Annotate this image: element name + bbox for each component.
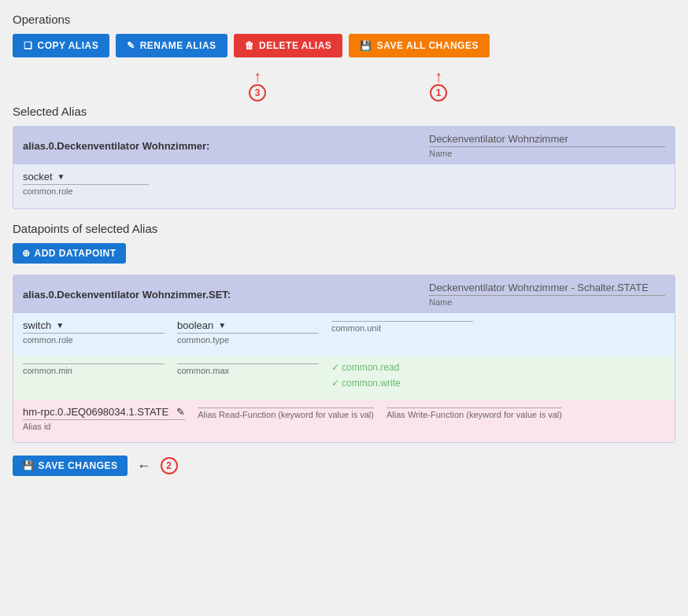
dp-type-value: boolean ▼ [177,319,319,331]
annotation-2: 2 [161,457,178,474]
annotation-1: 1 [430,84,447,101]
role-dropdown-arrow[interactable]: ▼ [57,172,65,181]
selected-alias-card-header: alias.0.Deckenventilator Wohnzimmer: Dec… [13,127,675,164]
save-changes-row: 💾 SAVE CHANGES ← 2 [13,456,675,476]
role-label: common.role [23,184,149,196]
selected-alias-name-group: Deckenventilator Wohnzimmer Name [429,133,665,158]
datapoint-card-header: alias.0.Deckenventilator Wohnzimmer.SET:… [13,275,675,313]
delete-alias-button[interactable]: 🗑 DELETE ALIAS [234,34,343,57]
role-field: switch ▼ common.role [23,319,165,345]
datapoint-name-label: Name [429,297,452,307]
datapoint-pink-section: hm-rpc.0.JEQ0698034.1.STATE ✎ Alias id A… [13,400,675,442]
operations-section: Operations ❏ COPY ALIAS ✎ RENAME ALIAS 🗑… [13,13,675,103]
dp-role-label: common.role [23,333,165,345]
dp-write-label: common.write [342,378,401,389]
copy-icon: ❏ [24,40,33,51]
annotation-3: 3 [249,84,266,101]
plus-icon: ⊕ [22,248,31,259]
selected-alias-name-value: Deckenventilator Wohnzimmer [429,133,665,147]
datapoint-fields-row3: hm-rpc.0.JEQ0698034.1.STATE ✎ Alias id A… [23,406,665,431]
dp-min-label: common.min [23,363,165,375]
operations-bar: ❏ COPY ALIAS ✎ RENAME ALIAS 🗑 DELETE ALI… [13,34,675,57]
datapoints-title: Datapoints of selected Alias [13,222,675,235]
alias-id-field: hm-rpc.0.JEQ0698034.1.STATE ✎ Alias id [23,406,185,431]
selected-alias-card-body: socket ▼ common.role [13,164,675,208]
dp-read-check: ✓ common.read [331,362,473,373]
save-all-changes-button[interactable]: 💾 SAVE ALL CHANGES [349,34,490,57]
dp-role-arrow[interactable]: ▼ [56,321,64,330]
dp-unit-label: common.unit [331,321,473,333]
read-func-field: Alias Read-Function (keyword for value i… [198,406,374,431]
type-field: boolean ▼ common.type [177,319,319,345]
check-icon-write: ✓ [331,378,339,389]
add-datapoint-row: ⊕ ADD DATAPOINT [13,243,675,264]
datapoint-card: alias.0.Deckenventilator Wohnzimmer.SET:… [13,275,675,443]
datapoints-section: Datapoints of selected Alias ⊕ ADD DATAP… [13,222,675,476]
dp-write-func-label: Alias Write-Function (keyword for value … [387,408,562,419]
role-field-group: socket ▼ common.role [23,171,149,196]
save-changes-button[interactable]: 💾 SAVE CHANGES [13,456,128,476]
arrow-up-1: ↑ [435,68,442,84]
dp-type-label: common.type [177,333,319,345]
datapoint-blue-section: switch ▼ common.role boolean ▼ common.ty… [13,313,675,356]
dp-write-check: ✓ common.write [331,378,473,389]
selected-alias-fields: socket ▼ common.role [23,171,665,196]
edit-alias-id-icon[interactable]: ✎ [176,406,185,418]
datapoint-fields-row1: switch ▼ common.role boolean ▼ common.ty… [23,319,665,345]
arrow-right-annotation: ← [137,458,151,474]
dp-read-func-label: Alias Read-Function (keyword for value i… [198,408,374,419]
check-icon-read: ✓ [331,362,339,373]
dp-alias-id-value: hm-rpc.0.JEQ0698034.1.STATE ✎ [23,406,185,418]
rename-alias-button[interactable]: ✎ RENAME ALIAS [116,34,227,57]
datapoint-name-group: Deckenventilator Wohnzimmer - Schalter.S… [429,282,665,307]
copy-alias-button[interactable]: ❏ COPY ALIAS [13,34,109,57]
dp-max-label: common.max [177,363,319,375]
selected-alias-name-label: Name [429,149,452,158]
selected-alias-id: alias.0.Deckenventilator Wohnzimmer: [23,140,209,152]
selected-alias-card: alias.0.Deckenventilator Wohnzimmer: Dec… [13,126,675,209]
write-func-field: Alias Write-Function (keyword for value … [387,406,562,431]
datapoint-green-section: common.min common.max ✓ common.read ✓ co… [13,356,675,400]
add-datapoint-button[interactable]: ⊕ ADD DATAPOINT [13,243,126,264]
max-field: common.max [177,362,319,389]
datapoint-fields-row2: common.min common.max ✓ common.read ✓ co… [23,362,665,389]
save-all-icon: 💾 [360,40,372,51]
dp-role-value: switch ▼ [23,319,165,331]
dp-read-label: common.read [342,362,399,373]
edit-icon: ✎ [127,40,135,51]
dp-type-arrow[interactable]: ▼ [218,321,226,330]
role-value-display: socket ▼ [23,171,149,183]
datapoint-alias-id: alias.0.Deckenventilator Wohnzimmer.SET: [23,289,231,301]
dp-alias-id-label: Alias id [23,419,185,431]
selected-alias-title: Selected Alias [13,105,675,118]
datapoint-name-value: Deckenventilator Wohnzimmer - Schalter.S… [429,282,665,296]
save-changes-icon: 💾 [22,460,35,471]
unit-field: common.unit [331,319,473,345]
read-write-field: ✓ common.read ✓ common.write [331,362,473,389]
trash-icon: 🗑 [245,40,255,51]
operations-title: Operations [13,13,675,26]
selected-alias-section: Selected Alias alias.0.Deckenventilator … [13,105,675,209]
arrow-up-3: ↑ [253,68,261,84]
min-field: common.min [23,362,165,389]
